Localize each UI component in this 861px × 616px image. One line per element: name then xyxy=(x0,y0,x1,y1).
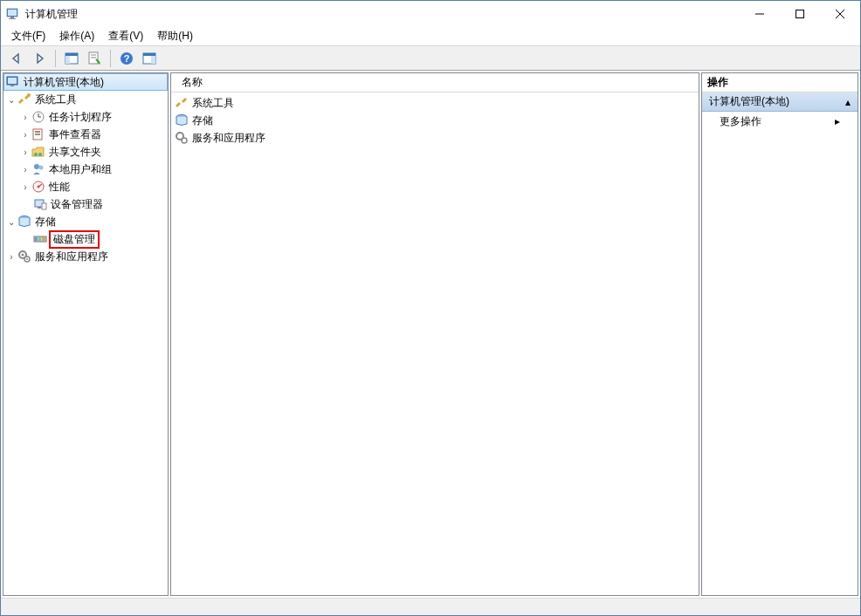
device-manager-icon xyxy=(33,197,47,211)
back-button[interactable] xyxy=(6,49,27,68)
svg-rect-3 xyxy=(9,18,16,19)
tree-label: 服务和应用程序 xyxy=(33,250,110,264)
svg-point-36 xyxy=(38,186,40,188)
storage-icon xyxy=(175,113,189,127)
actions-more[interactable]: 更多操作 ▸ xyxy=(702,112,858,131)
tree-label: 本地用户和组 xyxy=(47,162,114,177)
actions-section-label: 计算机管理(本地) xyxy=(709,94,789,109)
tree-disk-management[interactable]: 磁盘管理 xyxy=(3,230,168,248)
svg-rect-28 xyxy=(35,131,40,133)
highlight-box: 磁盘管理 xyxy=(49,230,100,249)
tree-root[interactable]: 计算机管理(本地) xyxy=(3,73,168,91)
collapse-icon: ▴ xyxy=(845,96,851,108)
svg-rect-5 xyxy=(796,10,804,18)
list-item[interactable]: 服务和应用程序 xyxy=(175,129,695,147)
list-item-label: 存储 xyxy=(192,113,213,128)
list-panel: 名称 系统工具 存储 服务和应用程序 xyxy=(170,72,699,596)
tree-performance[interactable]: › 性能 xyxy=(3,178,168,195)
tree-panel: 计算机管理(本地) ⌄ 系统工具 › 任务计划程序 › 事件查看器 › 共享文件… xyxy=(3,72,169,596)
content-area: 计算机管理(本地) ⌄ 系统工具 › 任务计划程序 › 事件查看器 › 共享文件… xyxy=(1,71,860,598)
tree-services-apps[interactable]: › 服务和应用程序 xyxy=(3,248,168,265)
tree-event-viewer[interactable]: › 事件查看器 xyxy=(3,126,168,143)
list-header: 名称 xyxy=(171,73,699,92)
tree-label: 任务计划程序 xyxy=(47,110,114,125)
menu-view[interactable]: 查看(V) xyxy=(103,27,148,45)
svg-point-48 xyxy=(26,258,28,260)
help-button[interactable]: ? xyxy=(116,49,137,68)
tree-label: 设备管理器 xyxy=(49,197,105,212)
services-icon xyxy=(17,250,31,264)
svg-rect-18 xyxy=(143,53,155,56)
show-hide-action-pane-button[interactable] xyxy=(139,49,160,68)
toolbar-separator xyxy=(55,50,56,67)
svg-rect-44 xyxy=(42,237,45,241)
chevron-right-icon: ▸ xyxy=(835,115,840,127)
svg-rect-39 xyxy=(42,203,46,209)
maximize-button[interactable] xyxy=(780,1,820,27)
svg-point-23 xyxy=(27,93,31,97)
expand-icon[interactable]: › xyxy=(19,163,31,175)
minimize-button[interactable] xyxy=(740,1,780,27)
svg-rect-22 xyxy=(10,85,14,86)
column-name[interactable]: 名称 xyxy=(176,72,208,92)
svg-rect-29 xyxy=(35,133,40,135)
tree-root-label: 计算机管理(本地) xyxy=(22,75,106,90)
window-title: 计算机管理 xyxy=(25,7,740,22)
svg-point-30 xyxy=(34,153,38,156)
app-icon xyxy=(6,7,20,21)
expand-icon[interactable]: › xyxy=(5,250,17,263)
menu-help[interactable]: 帮助(H) xyxy=(152,27,198,45)
users-icon xyxy=(31,162,45,176)
svg-point-32 xyxy=(34,164,39,169)
list-item-label: 系统工具 xyxy=(192,96,234,111)
tree-local-users[interactable]: › 本地用户和组 xyxy=(3,161,168,178)
svg-rect-10 xyxy=(65,56,70,64)
svg-rect-19 xyxy=(151,56,155,64)
properties-button[interactable] xyxy=(84,49,105,68)
close-button[interactable] xyxy=(820,1,860,27)
performance-icon xyxy=(31,180,45,194)
collapse-icon[interactable]: ⌄ xyxy=(5,93,17,106)
svg-point-46 xyxy=(22,254,24,257)
expand-icon[interactable]: › xyxy=(19,128,31,140)
tree-label: 磁盘管理 xyxy=(52,233,97,245)
title-bar: 计算机管理 xyxy=(1,1,860,27)
actions-section[interactable]: 计算机管理(本地) ▴ xyxy=(702,92,858,112)
list-item[interactable]: 系统工具 xyxy=(175,94,695,112)
tree-device-manager[interactable]: 设备管理器 xyxy=(3,195,168,213)
window-controls xyxy=(740,1,860,27)
svg-rect-43 xyxy=(38,237,41,241)
svg-point-31 xyxy=(38,153,42,156)
svg-rect-38 xyxy=(38,207,41,209)
tools-icon xyxy=(175,96,189,110)
menu-action[interactable]: 操作(A) xyxy=(54,27,100,45)
tools-icon xyxy=(17,92,31,106)
tree-shared-folders[interactable]: › 共享文件夹 xyxy=(3,143,168,161)
tree-system-tools[interactable]: ⌄ 系统工具 xyxy=(3,91,168,108)
shared-folder-icon xyxy=(31,145,45,159)
expand-icon[interactable]: › xyxy=(19,146,31,158)
toolbar: ? xyxy=(1,46,860,71)
svg-point-51 xyxy=(182,138,187,143)
expand-icon[interactable]: › xyxy=(19,181,31,193)
show-hide-tree-button[interactable] xyxy=(61,49,82,68)
svg-rect-21 xyxy=(8,78,17,84)
forward-button[interactable] xyxy=(29,49,50,68)
tree-label: 系统工具 xyxy=(33,92,79,107)
toolbar-separator xyxy=(110,50,111,67)
list-item[interactable]: 存储 xyxy=(175,112,695,129)
event-viewer-icon xyxy=(31,127,45,141)
expand-icon[interactable]: › xyxy=(19,111,31,123)
collapse-icon[interactable]: ⌄ xyxy=(5,216,17,228)
actions-more-label: 更多操作 xyxy=(720,114,761,129)
tree-task-scheduler[interactable]: › 任务计划程序 xyxy=(3,108,168,126)
clock-icon xyxy=(31,110,45,124)
svg-rect-2 xyxy=(10,17,14,18)
tree-storage[interactable]: ⌄ 存储 xyxy=(3,213,168,230)
svg-rect-1 xyxy=(8,10,17,16)
services-icon xyxy=(175,131,189,145)
svg-point-33 xyxy=(39,166,44,170)
menu-file[interactable]: 文件(F) xyxy=(6,27,51,45)
svg-rect-9 xyxy=(65,53,78,56)
list-body: 系统工具 存储 服务和应用程序 xyxy=(171,92,699,595)
